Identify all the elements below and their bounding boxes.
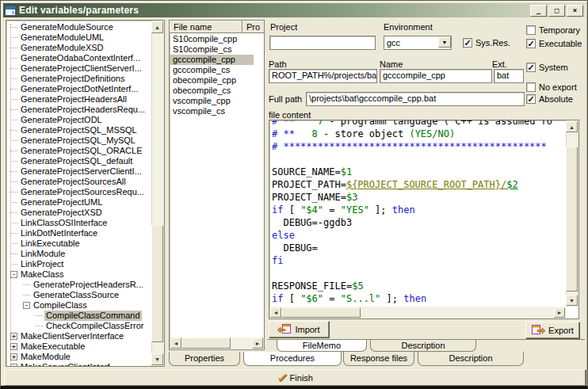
executable-checkbox[interactable]: ✓ Executable bbox=[526, 39, 582, 48]
tree-item[interactable]: GenerateProjectSQL_MySQL bbox=[7, 135, 150, 146]
close-button[interactable]: × bbox=[567, 5, 583, 17]
expand-icon[interactable]: + bbox=[10, 343, 17, 350]
export-button[interactable]: Export bbox=[525, 322, 579, 338]
tree-item-label[interactable]: MakeModule bbox=[19, 352, 72, 362]
tree-item[interactable]: GenerateProjectClientServerI... bbox=[7, 63, 150, 74]
tree-item[interactable]: LinkProject bbox=[7, 259, 150, 269]
code-scroll-down-icon[interactable]: ▼ bbox=[566, 295, 578, 306]
tree-item-label[interactable]: LinkDotNetInterface bbox=[19, 228, 99, 238]
tree-item-label[interactable]: GenerateProjectHeadersAll bbox=[19, 94, 128, 105]
tree-item[interactable]: GenerateProjectDefinitions bbox=[7, 74, 150, 84]
tab-description[interactable]: Description bbox=[370, 340, 476, 352]
tree-item[interactable]: +MakeModule bbox=[7, 352, 150, 362]
file-content-editor[interactable]: # ** 7 - programm language ( C++ is assu… bbox=[269, 120, 579, 319]
tree-item-label[interactable]: LinkExecutable bbox=[19, 238, 82, 249]
tree-item-label[interactable]: CompileClass bbox=[32, 300, 89, 311]
tree-item-label[interactable]: MakeServerClientInterf... bbox=[19, 362, 119, 367]
tree-item[interactable]: +MakeClientServerInterface bbox=[7, 331, 150, 341]
tree-item-label[interactable]: GenerateProjectServerClientI... bbox=[19, 166, 143, 177]
tree-item-label[interactable]: MakeExecutable bbox=[19, 341, 86, 352]
procedure-tree[interactable]: GenerateModuleSourceGenerateModuleUMLGen… bbox=[6, 20, 165, 367]
tree-item-label[interactable]: GenerateProjectDefinitions bbox=[19, 74, 126, 84]
minimize-button[interactable]: _ bbox=[530, 5, 547, 17]
file-list-row[interactable]: S10compile_cpp bbox=[170, 34, 254, 44]
tree-item-label[interactable]: CheckCompileClassError bbox=[44, 321, 145, 331]
absolute-checkbox-box[interactable]: ✓ bbox=[526, 94, 536, 104]
tree-item-label[interactable]: GenerateProjectUML bbox=[19, 197, 104, 208]
code-hscrollbar-thumb[interactable] bbox=[281, 307, 361, 318]
tree-item[interactable]: GenerateClassSource bbox=[7, 290, 150, 300]
tree-item[interactable]: GenerateProjectHeadersAll bbox=[7, 94, 150, 105]
code-scroll-right-icon[interactable]: ► bbox=[554, 307, 565, 318]
tree-item-label[interactable]: CompileClassCommand bbox=[44, 311, 142, 321]
tree-item[interactable]: +MakeServerClientInterf... bbox=[7, 362, 150, 367]
tree-item-label[interactable]: GenerateProjectXSD bbox=[19, 208, 104, 218]
sysres-checkbox[interactable]: ✓ Sys.Res. bbox=[463, 38, 510, 48]
tree-item-label[interactable]: GenerateProjectHeadersRequ... bbox=[19, 105, 147, 115]
tree-item[interactable]: GenerateProjectSQL_MSSQL bbox=[7, 125, 150, 135]
tree-item-label[interactable]: GenerateProjectSQL_MSSQL bbox=[19, 125, 139, 135]
tree-item[interactable]: GenerateModuleUML bbox=[7, 32, 150, 43]
tree-item[interactable]: GenerateProjectServerClientI... bbox=[7, 166, 150, 177]
tree-item[interactable]: GenerateProjectODL bbox=[7, 115, 150, 125]
tree-item[interactable]: GenerateProjectDotNetInterf... bbox=[7, 84, 150, 94]
tab-response-files[interactable]: Response files bbox=[343, 352, 414, 366]
tab-description[interactable]: Description bbox=[418, 352, 524, 366]
tree-item-label[interactable]: LinkClassOSIInterface bbox=[19, 218, 109, 228]
column-header-procedure[interactable]: Pro bbox=[242, 21, 265, 33]
tree-item[interactable]: -MakeClass bbox=[7, 269, 150, 280]
tree-item[interactable]: GenerateModuleSource bbox=[7, 22, 150, 32]
tree-item-label[interactable]: MakeClass bbox=[19, 269, 65, 280]
import-button[interactable]: Import bbox=[269, 321, 329, 338]
file-list-row[interactable]: S10compile_cs bbox=[170, 44, 254, 55]
finish-button[interactable]: ✓ Finish bbox=[4, 369, 586, 386]
tab-filememo[interactable]: FileMemo bbox=[277, 340, 367, 352]
tree-item-label[interactable]: GenerateProjectSourcesRequ... bbox=[19, 187, 146, 197]
tree-item-label[interactable]: GenerateProjectDotNetInterf... bbox=[19, 84, 140, 94]
system-checkbox-box[interactable]: ✓ bbox=[526, 63, 536, 72]
tree-item[interactable]: LinkClassOSIInterface bbox=[7, 218, 150, 228]
tree-item-label[interactable]: GenerateProjectSQL_ORACLE bbox=[19, 146, 143, 156]
tree-item-label[interactable]: GenerateModuleUML bbox=[19, 32, 105, 43]
tree-item-label[interactable]: LinkModule bbox=[19, 249, 67, 259]
tree-item-label[interactable]: GenerateOdabaContextInterf... bbox=[19, 53, 142, 63]
noexport-checkbox[interactable]: No export bbox=[526, 82, 577, 92]
temporary-checkbox[interactable]: Temporary bbox=[526, 25, 580, 35]
tree-item[interactable]: GenerateModuleXSD bbox=[7, 43, 150, 53]
tree-item[interactable]: LinkModule bbox=[7, 249, 150, 259]
project-field[interactable] bbox=[269, 36, 376, 50]
tab-procedures[interactable]: Procedures bbox=[243, 352, 342, 366]
file-list[interactable]: File name Pro S10compile_cppS10compile_c… bbox=[169, 20, 265, 350]
code-scroll-left-icon[interactable]: ◄ bbox=[270, 307, 281, 318]
tree-item-label[interactable]: GenerateProjectSourcesAll bbox=[19, 177, 128, 187]
tree-item[interactable]: CheckCompileClassError bbox=[7, 321, 150, 331]
tree-item[interactable]: LinkDotNetInterface bbox=[7, 228, 150, 238]
tree-item[interactable]: GenerateOdabaContextInterf... bbox=[7, 53, 150, 63]
tree-scroll-up-icon[interactable]: ▲ bbox=[151, 21, 163, 33]
tree-item[interactable]: LinkExecutable bbox=[7, 238, 150, 249]
tree-item[interactable]: GenerateProjectSQL_ORACLE bbox=[7, 146, 150, 156]
full-path-field[interactable]: \projects\bat\gcccompile_cpp.bat bbox=[306, 92, 525, 106]
tree-item-label[interactable]: GenerateProjectODL bbox=[19, 115, 104, 125]
tree-item-label[interactable]: GenerateClassSource bbox=[32, 290, 120, 300]
sysres-checkbox-box[interactable]: ✓ bbox=[463, 38, 472, 48]
tree-item[interactable]: CompileClassCommand bbox=[7, 311, 150, 321]
tree-item[interactable]: GenerateProjectHeadersRequ... bbox=[7, 105, 150, 115]
system-checkbox[interactable]: ✓ System bbox=[526, 63, 568, 72]
tree-item-label[interactable]: MakeClientServerInterface bbox=[19, 331, 125, 341]
maximize-button[interactable]: □ bbox=[548, 5, 565, 17]
tree-item-label[interactable]: GenerateProjectSQL_default bbox=[19, 156, 134, 166]
title-bar[interactable]: Edit variables/parameters _ □ × bbox=[3, 3, 585, 17]
file-list-scrollbar-thumb[interactable] bbox=[181, 338, 231, 349]
file-list-row[interactable]: gcccompile_cs bbox=[170, 65, 254, 75]
temporary-checkbox-box[interactable] bbox=[526, 25, 536, 35]
tree-item[interactable]: -CompileClass bbox=[7, 300, 150, 311]
environment-combo[interactable]: gcc ▼ bbox=[384, 36, 452, 50]
tree-item[interactable]: GenerateProjectUML bbox=[7, 197, 150, 208]
code-scroll-up-icon[interactable]: ▲ bbox=[566, 121, 578, 132]
tree-scroll-down-icon[interactable]: ▼ bbox=[151, 353, 163, 365]
tree-item[interactable]: GenerateProjectXSD bbox=[7, 208, 150, 218]
tree-item-label[interactable]: LinkProject bbox=[19, 259, 65, 269]
absolute-checkbox[interactable]: ✓ Absolute bbox=[526, 94, 573, 104]
tree-item[interactable]: GenerateProjectSQL_default bbox=[7, 156, 150, 166]
